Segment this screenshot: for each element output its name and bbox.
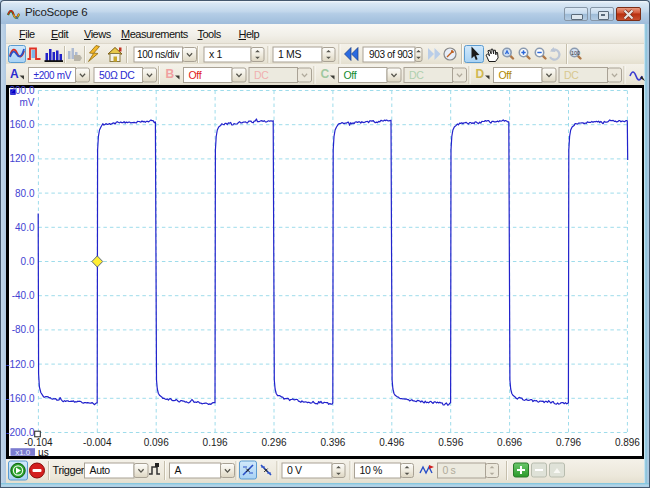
svg-text:50Ω DC: 50Ω DC — [99, 69, 135, 81]
svg-text:C: C — [321, 67, 330, 81]
svg-text:DC: DC — [254, 69, 269, 81]
svg-text:0 s: 0 s — [443, 464, 456, 476]
svg-text:0 V: 0 V — [287, 464, 302, 476]
svg-text:100: 100 — [571, 50, 580, 56]
svg-text:B: B — [166, 67, 175, 81]
svg-text:DC: DC — [409, 69, 424, 81]
svg-text:Auto: Auto — [90, 464, 111, 476]
svg-text:±200 mV: ±200 mV — [34, 70, 72, 81]
svg-text:Off: Off — [189, 69, 202, 81]
svg-text:Off: Off — [499, 69, 512, 81]
svg-text:Off: Off — [344, 69, 357, 81]
svg-text:x 1: x 1 — [209, 48, 222, 60]
svg-text:10 %: 10 % — [360, 464, 383, 476]
svg-text:Trigger: Trigger — [53, 464, 85, 476]
svg-text:A: A — [175, 464, 182, 476]
svg-text:D: D — [476, 67, 485, 81]
svg-text:903 of 903: 903 of 903 — [369, 49, 414, 60]
svg-text:DC: DC — [564, 69, 579, 81]
svg-text:1 MS: 1 MS — [278, 48, 301, 60]
svg-text:A: A — [10, 67, 19, 81]
svg-text:100 ns/div: 100 ns/div — [137, 49, 179, 60]
